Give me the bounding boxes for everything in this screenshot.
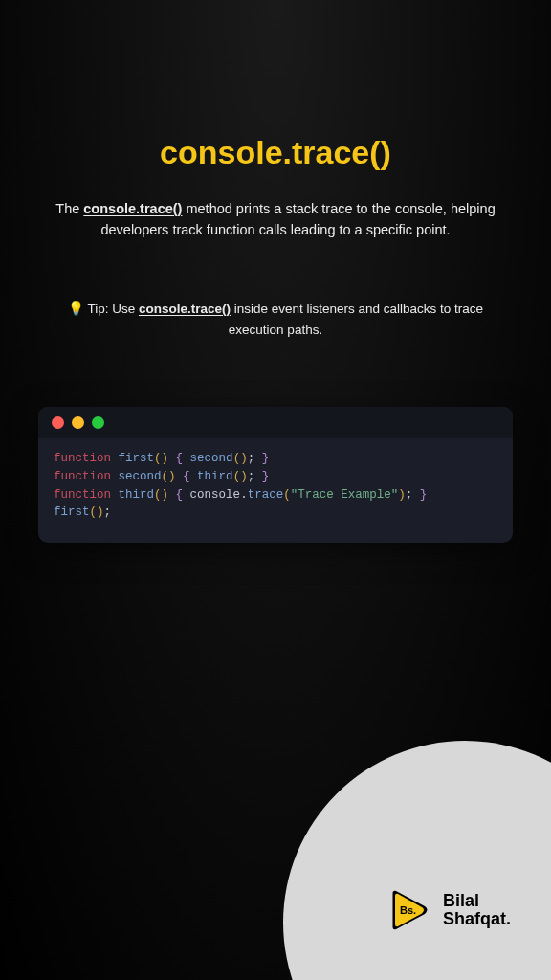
code-function-name: second — [119, 470, 162, 483]
code-keyword: function — [54, 452, 111, 465]
code-keyword: function — [54, 488, 111, 501]
page-title: console.trace() — [38, 134, 513, 171]
logo-icon: Bs. — [386, 886, 433, 934]
code-call: first — [54, 505, 90, 519]
logo-text: Bs. — [400, 904, 416, 916]
code-object: console — [190, 488, 241, 501]
tip-prefix: 💡 Tip: Use — [68, 301, 139, 316]
code-body: function first() { second(); } function … — [38, 438, 513, 543]
window-minimize-dot — [72, 416, 84, 429]
code-keyword: function — [54, 470, 111, 483]
brand-line2: Shafqat. — [443, 910, 511, 928]
description-bold: console.trace() — [83, 201, 182, 216]
tip-bold: console.trace() — [139, 301, 231, 316]
code-call: third — [197, 470, 233, 483]
tip-text: 💡 Tip: Use console.trace() inside event … — [67, 299, 484, 340]
description-prefix: The — [55, 201, 83, 216]
window-maximize-dot — [92, 416, 104, 429]
code-function-name: third — [119, 488, 155, 501]
branding: Bs. Bilal Shafqat. — [386, 886, 511, 934]
code-window: function first() { second(); } function … — [38, 407, 513, 543]
brand-name: Bilal Shafqat. — [443, 892, 511, 928]
brand-line1: Bilal — [443, 892, 511, 910]
window-close-dot — [52, 416, 64, 429]
description-text: The console.trace() method prints a stac… — [38, 198, 513, 241]
code-window-header — [38, 407, 513, 438]
code-method: trace — [248, 488, 284, 501]
code-function-name: first — [119, 452, 155, 465]
tip-suffix: inside event listeners and callbacks to … — [229, 301, 483, 337]
branding-background — [283, 741, 551, 980]
code-string: "Trace Example" — [291, 488, 399, 501]
code-call: second — [190, 452, 233, 465]
